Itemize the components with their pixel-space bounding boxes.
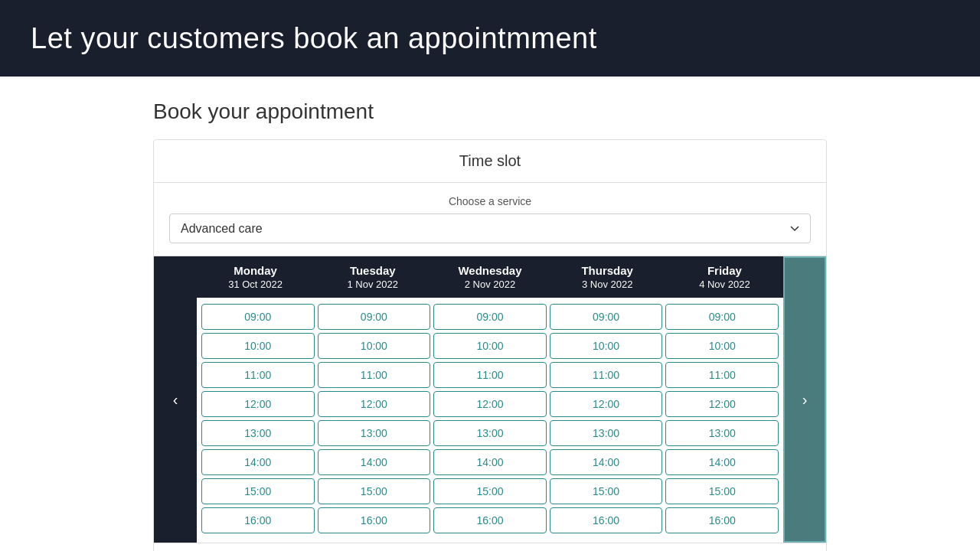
page-title: Book your appointment — [153, 99, 827, 124]
day-name: Friday — [671, 264, 779, 277]
time-slot[interactable]: 15:00 — [433, 478, 547, 504]
time-slot[interactable]: 13:00 — [201, 420, 315, 446]
day-header: Thursday3 Nov 2022 — [549, 256, 666, 298]
time-slot[interactable]: 09:00 — [550, 304, 663, 330]
calendar-section: ‹ Monday31 Oct 2022Tuesday1 Nov 2022Wedn… — [154, 256, 826, 543]
time-slot[interactable]: 14:00 — [550, 449, 663, 475]
time-slot[interactable]: 13:00 — [318, 420, 431, 446]
day-header: Friday4 Nov 2022 — [666, 256, 783, 298]
time-slot[interactable]: 11:00 — [201, 362, 315, 388]
time-slot[interactable]: 12:00 — [665, 391, 779, 417]
day-date: 3 Nov 2022 — [554, 279, 662, 290]
time-row: 14:0014:0014:0014:0014:00 — [201, 449, 779, 475]
time-slot[interactable]: 10:00 — [665, 333, 779, 359]
card-footer: Next — [154, 543, 826, 551]
booking-card: Time slot Choose a service Advanced care… — [153, 139, 827, 551]
time-slot[interactable]: 14:00 — [433, 449, 547, 475]
time-slot[interactable]: 09:00 — [433, 304, 547, 330]
day-date: 1 Nov 2022 — [318, 279, 426, 290]
time-row: 11:0011:0011:0011:0011:00 — [201, 362, 779, 388]
time-row: 15:0015:0015:0015:0015:00 — [201, 478, 779, 504]
day-name: Tuesday — [318, 264, 426, 277]
time-slot[interactable]: 13:00 — [665, 420, 779, 446]
time-slot[interactable]: 15:00 — [550, 478, 663, 504]
service-section: Choose a service Advanced care Basic car… — [154, 183, 826, 256]
calendar-grid: Monday31 Oct 2022Tuesday1 Nov 2022Wednes… — [197, 256, 783, 543]
day-header: Monday31 Oct 2022 — [197, 256, 314, 298]
day-name: Monday — [201, 264, 309, 277]
time-slot[interactable]: 10:00 — [550, 333, 663, 359]
day-header: Tuesday1 Nov 2022 — [314, 256, 431, 298]
service-select[interactable]: Advanced care Basic care Premium care — [169, 214, 811, 243]
time-slot[interactable]: 14:00 — [201, 449, 315, 475]
day-date: 2 Nov 2022 — [436, 279, 544, 290]
time-slot[interactable]: 16:00 — [201, 507, 315, 533]
main-content: Book your appointment Time slot Choose a… — [0, 77, 980, 551]
time-row: 12:0012:0012:0012:0012:00 — [201, 391, 779, 417]
time-slot[interactable]: 15:00 — [665, 478, 779, 504]
time-slot[interactable]: 10:00 — [433, 333, 547, 359]
time-slot[interactable]: 09:00 — [201, 304, 315, 330]
time-slot[interactable]: 10:00 — [318, 333, 431, 359]
day-date: 4 Nov 2022 — [671, 279, 779, 290]
time-slot[interactable]: 12:00 — [433, 391, 547, 417]
time-slot[interactable]: 16:00 — [318, 507, 431, 533]
time-slot[interactable]: 11:00 — [433, 362, 547, 388]
time-row: 16:0016:0016:0016:0016:00 — [201, 507, 779, 533]
time-slot[interactable]: 12:00 — [201, 391, 315, 417]
time-row: 10:0010:0010:0010:0010:00 — [201, 333, 779, 359]
time-slot[interactable]: 13:00 — [433, 420, 547, 446]
time-slot[interactable]: 09:00 — [318, 304, 431, 330]
time-slot[interactable]: 14:00 — [665, 449, 779, 475]
service-label: Choose a service — [169, 195, 811, 207]
time-slot[interactable]: 14:00 — [318, 449, 431, 475]
time-row: 09:0009:0009:0009:0009:00 — [201, 304, 779, 330]
time-slot[interactable]: 16:00 — [550, 507, 663, 533]
time-slot[interactable]: 11:00 — [318, 362, 431, 388]
next-week-button[interactable]: › — [783, 256, 826, 543]
time-slot[interactable]: 11:00 — [665, 362, 779, 388]
page-header: Let your customers book an appointmment — [0, 0, 980, 77]
prev-week-button[interactable]: ‹ — [154, 256, 197, 543]
day-name: Thursday — [554, 264, 662, 277]
time-slot[interactable]: 15:00 — [318, 478, 431, 504]
time-slot[interactable]: 15:00 — [201, 478, 315, 504]
time-slot[interactable]: 10:00 — [201, 333, 315, 359]
header-title: Let your customers book an appointmment — [31, 22, 597, 55]
time-slot[interactable]: 12:00 — [550, 391, 663, 417]
card-title: Time slot — [154, 140, 826, 183]
day-name: Wednesday — [436, 264, 544, 277]
day-header: Wednesday2 Nov 2022 — [431, 256, 548, 298]
day-headers: Monday31 Oct 2022Tuesday1 Nov 2022Wednes… — [197, 256, 783, 298]
time-slots-container: 09:0009:0009:0009:0009:0010:0010:0010:00… — [197, 298, 783, 543]
day-date: 31 Oct 2022 — [201, 279, 309, 290]
time-slot[interactable]: 11:00 — [550, 362, 663, 388]
time-slot[interactable]: 16:00 — [665, 507, 779, 533]
time-slot[interactable]: 16:00 — [433, 507, 547, 533]
time-slot[interactable]: 09:00 — [665, 304, 779, 330]
time-slot[interactable]: 12:00 — [318, 391, 431, 417]
time-slot[interactable]: 13:00 — [550, 420, 663, 446]
time-row: 13:0013:0013:0013:0013:00 — [201, 420, 779, 446]
